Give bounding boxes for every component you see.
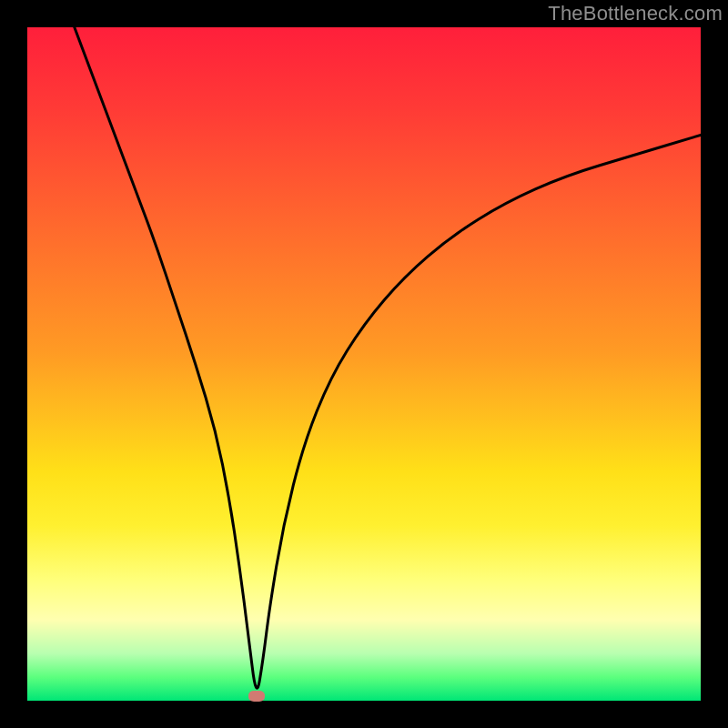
chart-frame: TheBottleneck.com bbox=[0, 0, 728, 728]
watermark-text: TheBottleneck.com bbox=[548, 2, 723, 25]
bottleneck-curve bbox=[75, 27, 701, 688]
minimum-marker bbox=[248, 691, 265, 702]
plot-area bbox=[27, 27, 701, 701]
curve-svg bbox=[27, 27, 701, 701]
